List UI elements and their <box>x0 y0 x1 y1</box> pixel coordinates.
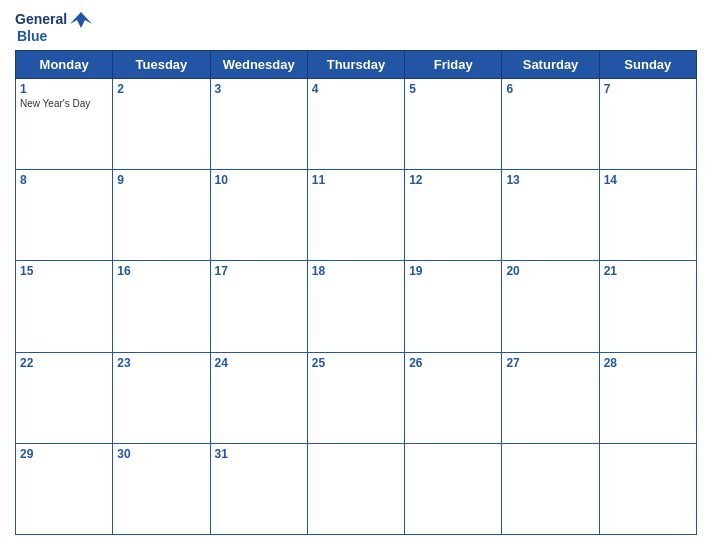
calendar-cell: 19 <box>405 261 502 352</box>
calendar-cell: 29 <box>16 443 113 534</box>
calendar-cell: 30 <box>113 443 210 534</box>
calendar-week-row: 293031 <box>16 443 697 534</box>
holiday-label: New Year's Day <box>20 98 108 109</box>
calendar-cell: 4 <box>307 79 404 170</box>
calendar-cell: 6 <box>502 79 599 170</box>
day-number: 18 <box>312 264 400 278</box>
weekday-header-row: MondayTuesdayWednesdayThursdayFridaySatu… <box>16 51 697 79</box>
day-number: 11 <box>312 173 400 187</box>
calendar-cell: 18 <box>307 261 404 352</box>
day-number: 26 <box>409 356 497 370</box>
day-number: 2 <box>117 82 205 96</box>
calendar-week-row: 1New Year's Day234567 <box>16 79 697 170</box>
day-number: 27 <box>506 356 594 370</box>
day-number: 31 <box>215 447 303 461</box>
weekday-header-wednesday: Wednesday <box>210 51 307 79</box>
day-number: 4 <box>312 82 400 96</box>
calendar-cell: 25 <box>307 352 404 443</box>
calendar-cell: 20 <box>502 261 599 352</box>
day-number: 30 <box>117 447 205 461</box>
calendar-cell: 11 <box>307 170 404 261</box>
calendar-cell <box>599 443 696 534</box>
calendar-cell: 17 <box>210 261 307 352</box>
weekday-header-tuesday: Tuesday <box>113 51 210 79</box>
calendar-cell: 16 <box>113 261 210 352</box>
calendar-cell: 24 <box>210 352 307 443</box>
calendar-cell: 9 <box>113 170 210 261</box>
calendar-cell: 14 <box>599 170 696 261</box>
day-number: 7 <box>604 82 692 96</box>
day-number: 14 <box>604 173 692 187</box>
calendar-cell: 31 <box>210 443 307 534</box>
calendar-week-row: 22232425262728 <box>16 352 697 443</box>
calendar-cell: 28 <box>599 352 696 443</box>
day-number: 25 <box>312 356 400 370</box>
calendar-week-row: 891011121314 <box>16 170 697 261</box>
day-number: 17 <box>215 264 303 278</box>
day-number: 13 <box>506 173 594 187</box>
day-number: 10 <box>215 173 303 187</box>
weekday-header-thursday: Thursday <box>307 51 404 79</box>
day-number: 8 <box>20 173 108 187</box>
calendar-cell: 22 <box>16 352 113 443</box>
day-number: 1 <box>20 82 108 96</box>
calendar-cell: 23 <box>113 352 210 443</box>
day-number: 9 <box>117 173 205 187</box>
calendar-cell: 26 <box>405 352 502 443</box>
weekday-header-friday: Friday <box>405 51 502 79</box>
day-number: 23 <box>117 356 205 370</box>
calendar-cell: 10 <box>210 170 307 261</box>
calendar-cell <box>307 443 404 534</box>
day-number: 12 <box>409 173 497 187</box>
day-number: 15 <box>20 264 108 278</box>
calendar: MondayTuesdayWednesdayThursdayFridaySatu… <box>15 50 697 535</box>
day-number: 3 <box>215 82 303 96</box>
day-number: 20 <box>506 264 594 278</box>
day-number: 16 <box>117 264 205 278</box>
calendar-cell: 8 <box>16 170 113 261</box>
calendar-cell: 12 <box>405 170 502 261</box>
calendar-cell: 27 <box>502 352 599 443</box>
calendar-cell: 15 <box>16 261 113 352</box>
day-number: 21 <box>604 264 692 278</box>
calendar-cell: 3 <box>210 79 307 170</box>
day-number: 22 <box>20 356 108 370</box>
calendar-cell: 1New Year's Day <box>16 79 113 170</box>
calendar-cell: 5 <box>405 79 502 170</box>
day-number: 19 <box>409 264 497 278</box>
day-number: 29 <box>20 447 108 461</box>
day-number: 28 <box>604 356 692 370</box>
logo-general: General <box>15 11 67 27</box>
logo-blue: Blue <box>17 28 47 44</box>
calendar-cell: 21 <box>599 261 696 352</box>
calendar-cell <box>502 443 599 534</box>
svg-marker-0 <box>70 12 92 28</box>
weekday-header-monday: Monday <box>16 51 113 79</box>
day-number: 24 <box>215 356 303 370</box>
logo-bird-icon <box>70 10 92 28</box>
calendar-cell: 7 <box>599 79 696 170</box>
calendar-cell <box>405 443 502 534</box>
day-number: 5 <box>409 82 497 96</box>
top-bar: General Blue <box>15 10 697 44</box>
day-number: 6 <box>506 82 594 96</box>
calendar-cell: 2 <box>113 79 210 170</box>
logo: General Blue <box>15 10 92 44</box>
calendar-cell: 13 <box>502 170 599 261</box>
calendar-week-row: 15161718192021 <box>16 261 697 352</box>
weekday-header-sunday: Sunday <box>599 51 696 79</box>
weekday-header-saturday: Saturday <box>502 51 599 79</box>
